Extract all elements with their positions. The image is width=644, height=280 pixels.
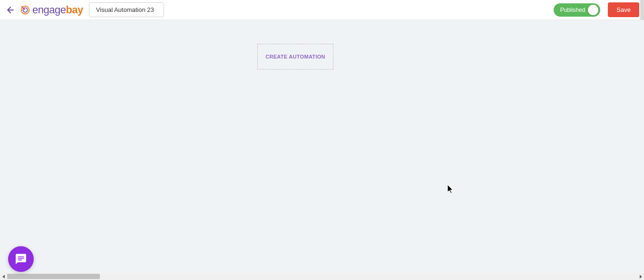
automation-name-input[interactable] — [89, 2, 164, 17]
horizontal-scrollbar[interactable] — [0, 273, 644, 280]
triangle-left-icon — [2, 275, 6, 279]
brand-logo[interactable]: engagebay — [20, 4, 83, 16]
arrow-left-icon — [6, 5, 15, 15]
toggle-knob — [588, 5, 598, 15]
logo-icon — [20, 5, 30, 15]
svg-rect-4 — [18, 260, 22, 260]
create-automation-label: CREATE AUTOMATION — [265, 54, 325, 60]
scrollbar-track[interactable] — [7, 273, 637, 280]
scroll-left-button[interactable] — [0, 273, 7, 280]
publish-toggle[interactable]: Published — [554, 3, 601, 17]
logo-text-engage: engage — [32, 4, 66, 16]
header-actions: Published Save — [554, 2, 639, 17]
chat-widget-button[interactable] — [8, 246, 34, 272]
svg-rect-2 — [18, 257, 24, 258]
save-button[interactable]: Save — [608, 2, 639, 17]
scrollbar-thumb[interactable] — [7, 274, 100, 279]
app-header: engagebay Published Save — [0, 0, 644, 20]
chat-icon — [15, 253, 27, 265]
logo-text-bay: bay — [66, 4, 83, 16]
right-edge-divider — [640, 0, 644, 20]
create-automation-button[interactable]: CREATE AUTOMATION — [257, 44, 333, 70]
svg-rect-3 — [18, 258, 24, 259]
scroll-right-button[interactable] — [637, 273, 644, 280]
publish-toggle-label: Published — [560, 7, 585, 13]
canvas-inner: CREATE AUTOMATION — [0, 20, 644, 280]
triangle-right-icon — [639, 275, 643, 279]
back-button[interactable] — [5, 4, 16, 16]
automation-canvas[interactable]: CREATE AUTOMATION — [0, 20, 644, 280]
